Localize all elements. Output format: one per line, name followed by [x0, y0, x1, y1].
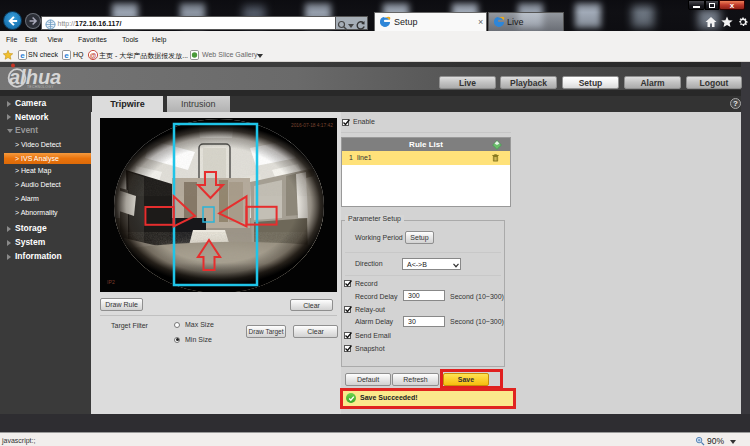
svg-text:e: e — [20, 51, 25, 60]
svg-text:@: @ — [90, 52, 97, 59]
svg-text:e: e — [64, 51, 69, 60]
svg-text:2016-07-18 4:17:42: 2016-07-18 4:17:42 — [291, 123, 333, 128]
svg-text:IP2: IP2 — [107, 279, 115, 285]
svg-text:TECHNOLOGY: TECHNOLOGY — [27, 85, 54, 89]
